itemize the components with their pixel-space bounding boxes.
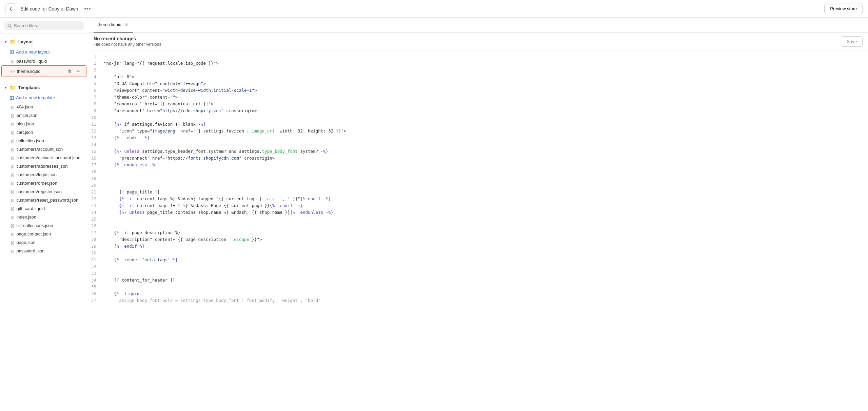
- back-icon: [8, 6, 13, 11]
- code-editor: 1234567891011121314151617181920212223242…: [88, 50, 868, 307]
- line-numbers: 1234567891011121314151617181920212223242…: [88, 50, 102, 307]
- file-icon: {/}: [11, 215, 14, 219]
- file-icon: {/}: [11, 114, 14, 118]
- editor-area: theme.liquid ✕ No recent changes File do…: [88, 18, 868, 411]
- file-icon: {/}: [11, 224, 14, 228]
- sidebar-item-page-contact-json[interactable]: {/}page.contact.json: [1, 230, 86, 238]
- delete-button[interactable]: 🗑: [66, 67, 73, 75]
- search-icon: [7, 23, 12, 28]
- sidebar-item-label: 404.json: [16, 104, 82, 109]
- sidebar-item-customers-register-json[interactable]: {/}customers/register.json: [1, 187, 86, 196]
- tab-bar: theme.liquid ✕: [88, 18, 868, 33]
- sidebar-item-label: article.json: [16, 113, 82, 118]
- search-input-wrap[interactable]: [4, 21, 84, 30]
- file-icon: {/}: [11, 198, 14, 202]
- sidebar-item-label: customers/activate_account.json: [16, 155, 82, 160]
- file-icon: {/}: [11, 164, 14, 168]
- sidebar-item-page-json[interactable]: {/}page.json: [1, 238, 86, 247]
- file-icon: {/}: [11, 105, 14, 109]
- file-icon: {/}: [11, 173, 14, 177]
- tab-theme-liquid[interactable]: theme.liquid ✕: [94, 18, 133, 33]
- layout-section-header[interactable]: ▼ 📁 Layout: [0, 37, 88, 47]
- sidebar-item-customers-account-json[interactable]: {/}customers/account.json: [1, 145, 86, 153]
- add-layout-link[interactable]: ⊞ Add a new layout: [0, 47, 88, 57]
- code-wrap[interactable]: 1234567891011121314151617181920212223242…: [88, 50, 868, 411]
- sidebar-item-index-json[interactable]: {/}index.json: [1, 213, 86, 221]
- sidebar-item-label: gift_card.liquid: [16, 206, 82, 211]
- item-actions: 🗑 ✏: [66, 67, 82, 75]
- file-icon: {/}: [11, 249, 14, 253]
- more-icon: •••: [84, 6, 91, 12]
- templates-folder-icon: 📁: [9, 84, 16, 91]
- template-items: {/}404.json{/}article.json{/}blog.json{/…: [0, 103, 88, 255]
- tab-label: theme.liquid: [98, 22, 121, 27]
- file-icon: {/}: [11, 241, 14, 245]
- back-button[interactable]: [5, 3, 16, 14]
- sidebar-item-list-collections-json[interactable]: {/}list-collections.json: [1, 221, 86, 230]
- sidebar-item-blog-json[interactable]: {/}blog.json: [1, 120, 86, 128]
- editor-info: No recent changes File does not have any…: [94, 36, 161, 47]
- sidebar-item-label: customers/addresses.json: [16, 164, 82, 169]
- file-icon: {/}: [11, 181, 14, 185]
- sidebar-item-customers-reset-password-json[interactable]: {/}customers/reset_password.json: [1, 196, 86, 204]
- sidebar-item-label: theme.liquid: [17, 69, 64, 74]
- save-button[interactable]: Save: [841, 36, 863, 47]
- sidebar-item-customers-activate-account-json[interactable]: {/}customers/activate_account.json: [1, 153, 86, 162]
- sidebar-item-gift-card-liquid[interactable]: {/}gift_card.liquid: [1, 204, 86, 213]
- sidebar-item-label: customers/reset_password.json: [16, 198, 82, 203]
- sidebar-item-collection-json[interactable]: {/}collection.json: [1, 137, 86, 145]
- more-button[interactable]: •••: [82, 3, 93, 14]
- sidebar-item-label: page.json: [16, 240, 82, 245]
- file-icon: {/}: [11, 122, 14, 126]
- preview-store-button[interactable]: Preview store: [824, 3, 863, 14]
- sidebar-item-404-json[interactable]: {/}404.json: [1, 103, 86, 111]
- file-icon: {/}: [11, 139, 14, 143]
- sidebar-item-label: list-collections.json: [16, 223, 82, 228]
- add-template-label: Add a new template: [16, 95, 55, 100]
- sidebar-item-cart-json[interactable]: {/}cart.json: [1, 128, 86, 137]
- sidebar-item-label: password.json: [16, 248, 82, 253]
- templates-section-label: Templates: [18, 85, 40, 90]
- sidebar-item-label: customers/login.json: [16, 172, 82, 177]
- no-changes-label: No recent changes: [94, 36, 161, 41]
- file-icon: {/}: [11, 69, 15, 73]
- file-icon: {/}: [11, 130, 14, 135]
- sidebar: ▼ 📁 Layout ⊞ Add a new layout {/} passwo…: [0, 18, 88, 411]
- sidebar-item-label: blog.json: [16, 121, 82, 126]
- search-input[interactable]: [14, 23, 80, 28]
- file-icon: {/}: [11, 156, 14, 160]
- layout-chevron-icon: ▼: [4, 40, 7, 44]
- add-layout-label: Add a new layout: [16, 49, 50, 55]
- sub-info-label: File does not have any other versions: [94, 42, 161, 47]
- layout-folder-icon: 📁: [9, 39, 16, 45]
- add-template-link[interactable]: ⊞ Add a new template: [0, 93, 88, 103]
- sidebar-item-customers-order-json[interactable]: {/}customers/order.json: [1, 179, 86, 187]
- file-icon: {/}: [11, 147, 14, 151]
- sidebar-item-label: customers/register.json: [16, 189, 82, 194]
- sidebar-item-customers-addresses-json[interactable]: {/}customers/addresses.json: [1, 162, 86, 170]
- sidebar-item-article-json[interactable]: {/}article.json: [1, 111, 86, 120]
- sidebar-item-label: cart.json: [16, 130, 82, 135]
- topbar: Edit code for Copy of Dawn ••• Preview s…: [0, 0, 868, 18]
- add-layout-icon: ⊞: [9, 49, 14, 55]
- edit-button[interactable]: ✏: [75, 67, 82, 75]
- main-layout: ▼ 📁 Layout ⊞ Add a new layout {/} passwo…: [0, 18, 868, 411]
- file-icon: {/}: [11, 207, 14, 211]
- search-box: [0, 18, 88, 34]
- templates-chevron-icon: ▼: [4, 86, 7, 89]
- file-icon: {/}: [11, 232, 14, 236]
- sidebar-item-label: password.liquid: [16, 59, 82, 64]
- templates-section: ▼ 📁 Templates ⊞ Add a new template {/}40…: [0, 80, 88, 258]
- templates-section-header[interactable]: ▼ 📁 Templates: [0, 82, 88, 93]
- sidebar-item-customers-login-json[interactable]: {/}customers/login.json: [1, 170, 86, 179]
- editor-toolbar: No recent changes File does not have any…: [88, 33, 868, 50]
- tab-close-icon[interactable]: ✕: [124, 22, 129, 28]
- sidebar-item-theme-liquid[interactable]: {/} theme.liquid 🗑 ✏: [1, 65, 86, 77]
- code-content: "no-js" lang="{{ request.locale.iso_code…: [102, 50, 868, 307]
- add-template-icon: ⊞: [9, 95, 14, 101]
- sidebar-item-label: page.contact.json: [16, 231, 82, 237]
- sidebar-item-label: customers/order.json: [16, 181, 82, 186]
- layout-section: ▼ 📁 Layout ⊞ Add a new layout {/} passwo…: [0, 34, 88, 80]
- sidebar-item-password-liquid[interactable]: {/} password.liquid: [1, 57, 86, 65]
- sidebar-item-password-json[interactable]: {/}password.json: [1, 247, 86, 255]
